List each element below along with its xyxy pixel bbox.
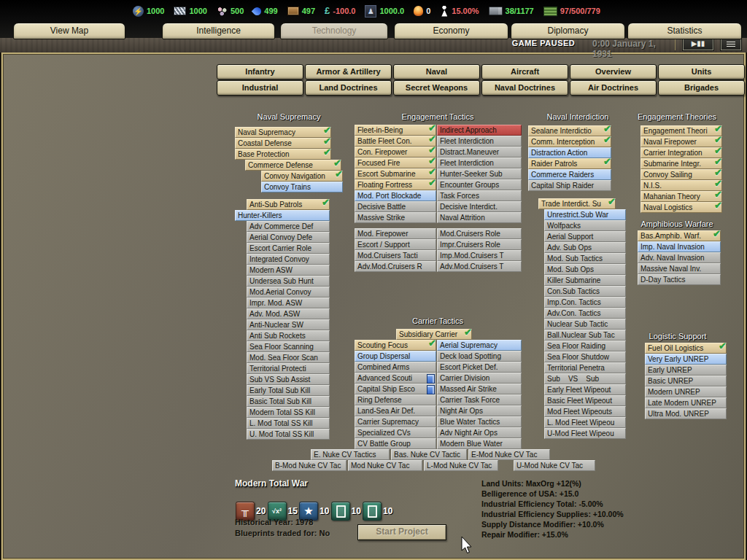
tech-item[interactable]: Territorial Penetra	[544, 362, 626, 373]
tech-tab-units[interactable]: Units	[658, 64, 745, 79]
tech-item[interactable]: Massive Strike	[355, 212, 436, 223]
tech-item[interactable]: Adv Night Air Ops	[437, 427, 522, 438]
tab-view-map[interactable]: View Map	[13, 23, 125, 39]
tech-item[interactable]: Convoy Trains	[261, 182, 343, 192]
tech-item[interactable]: Aerial Supremacy	[437, 340, 522, 351]
tech-item[interactable]: Modern ASW	[247, 265, 330, 276]
tech-item[interactable]: Deck load Spotting	[437, 351, 522, 362]
tech-item[interactable]: Mod Fleet Wipeouts	[544, 406, 626, 417]
tech-item[interactable]: Land-Sea Air Def.	[355, 405, 436, 416]
tech-item[interactable]: Carrier Task Force	[437, 394, 522, 405]
tech-item[interactable]: Carrier Division	[437, 373, 522, 384]
tech-item[interactable]: Sea Floor Raiding	[544, 341, 626, 351]
tech-item[interactable]: Submarine Integr.✔	[640, 158, 722, 169]
tab-diplomacy[interactable]: Diplomacy	[511, 23, 625, 39]
tech-item[interactable]: Anti-Nuclear SW	[247, 319, 330, 330]
tech-item[interactable]: Adv.Mod.Cruisers T	[437, 261, 522, 272]
tech-item[interactable]: Trade Interdict. Su✔	[538, 198, 616, 209]
tech-item[interactable]: Wolfpacks	[544, 220, 626, 231]
tech-item[interactable]: Commerce Raiders	[528, 169, 611, 180]
tech-item[interactable]: Distraction Action	[528, 147, 611, 158]
tech-item[interactable]: Capital Ship Esco	[355, 384, 436, 394]
tech-item[interactable]: Focused Fire✔	[355, 158, 436, 168]
tech-item[interactable]: Integrated Convoy	[247, 254, 330, 265]
tech-item[interactable]: Con.Sub Tactics	[544, 286, 626, 297]
tech-item[interactable]: Basic Fleet Wipeout	[544, 395, 626, 406]
tech-item[interactable]: Carrier Integration✔	[640, 147, 722, 158]
tab-intelligence[interactable]: Intelligence	[162, 23, 275, 39]
tech-item[interactable]: Convoy Sailing✔	[640, 169, 722, 180]
tech-item[interactable]: Bas. Nuke CV Tactic	[391, 449, 467, 460]
tech-item[interactable]: Sea Floor Scanning	[247, 341, 330, 352]
tech-item[interactable]: Naval Attrition	[437, 212, 522, 223]
tech-item[interactable]: Task Forces	[437, 190, 522, 201]
tech-tab-armor-artillery[interactable]: Armor & Artillery	[305, 64, 392, 79]
tech-item[interactable]: Indirect Approach	[437, 125, 522, 136]
start-project-button[interactable]: Start Project	[357, 524, 446, 540]
tech-item[interactable]: Modern Total SS Kill	[247, 407, 330, 418]
tech-item[interactable]: Escort Picket Def.	[437, 362, 522, 373]
tech-item[interactable]: Adv.Mod.Cruisers R	[355, 261, 436, 272]
tech-item[interactable]: Early UNREP	[645, 365, 727, 376]
tech-item[interactable]: U. Mod Total SS Kill	[247, 429, 330, 440]
tech-item[interactable]: Modern UNREP	[645, 386, 727, 397]
tech-item[interactable]: E-Mod Nuke CV Tac	[468, 449, 550, 460]
tech-item[interactable]: Impr. Mod. ASW	[247, 298, 330, 308]
tech-item[interactable]: Bas.Amphib. Warf.✔	[638, 230, 721, 241]
tech-item[interactable]: Mahanian Theory✔	[640, 191, 722, 202]
tech-tab-industrial[interactable]: Industrial	[217, 80, 303, 96]
tech-item[interactable]: Decisive Interdict.	[437, 201, 522, 212]
tech-item[interactable]: Aerial Convoy Defe	[247, 232, 330, 243]
tech-item[interactable]: Adv. Mod. ASW	[247, 308, 330, 319]
tech-item[interactable]: Imp.Con. Tactics	[544, 297, 626, 308]
tech-item[interactable]: N.I.S.✔	[640, 180, 722, 191]
tech-item[interactable]: CV Battle Group	[355, 438, 436, 449]
tech-item[interactable]: Raider Patrols✔	[528, 158, 611, 169]
tech-item[interactable]: Basic Total Sub Kill	[247, 396, 330, 407]
tech-item[interactable]: Mod. Sea Floor Scan	[247, 352, 330, 363]
tech-item[interactable]: Anti Sub Rockets	[247, 330, 330, 341]
tech-item[interactable]: Mod. Firepower	[355, 228, 436, 239]
tech-item[interactable]: Fleet Interdiction	[437, 158, 522, 168]
tech-tab-land-doctrines[interactable]: Land Doctrines	[305, 80, 392, 96]
tech-tab-naval-doctrines[interactable]: Naval Doctrines	[481, 80, 568, 96]
tech-item[interactable]: Adv.Con. Tactics	[544, 308, 626, 319]
tech-item[interactable]: Killer Submarine	[544, 275, 626, 286]
tech-item[interactable]: Fleet-in-Being✔	[355, 125, 436, 136]
tech-item[interactable]: Modern Blue Water	[437, 438, 522, 449]
tech-item[interactable]: Night Air Ops	[437, 405, 522, 416]
tech-item[interactable]: Distract.Maneuver	[437, 147, 522, 158]
tech-item[interactable]: Very Early UNREP	[645, 354, 727, 365]
tech-item[interactable]: Anti-Sub Patrols✔	[247, 199, 330, 210]
tech-item[interactable]: Basic UNREP	[645, 376, 727, 386]
tech-item[interactable]: Mod. Sub Tactics	[544, 253, 626, 264]
tech-item[interactable]: Escort / Support	[355, 239, 436, 250]
tech-tab-naval[interactable]: Naval	[393, 64, 480, 79]
tech-item[interactable]: Late Modern UNREP	[645, 397, 727, 408]
tech-item[interactable]: L. Mod Total SS Kill	[247, 418, 330, 429]
tech-item[interactable]: Undersea Sub Hunt	[247, 276, 330, 287]
tech-item[interactable]: Decisive Battle	[355, 201, 436, 212]
tech-item[interactable]: Naval Firepower✔	[640, 136, 722, 147]
tech-item[interactable]: Impr.Cruisers Role	[437, 239, 522, 250]
tech-item[interactable]: Mod. Port Blockade	[355, 190, 436, 201]
tech-item[interactable]: Escort Carrier Role	[247, 243, 330, 254]
tech-item[interactable]: Aerial Support	[544, 231, 626, 242]
tech-item[interactable]: Scouting Focus✔	[355, 340, 436, 351]
tech-tab-secret-weapons[interactable]: Secret Weapons	[393, 80, 480, 96]
tech-item[interactable]: L-Mod Nuke CV Tac	[424, 460, 498, 471]
tech-item[interactable]: Ultra Mod. UNREP	[645, 408, 727, 419]
tech-item[interactable]: Mod. Sub Ops	[544, 264, 626, 275]
tech-item[interactable]: L. Mod Fleet Wipeou	[544, 417, 626, 428]
tech-item[interactable]: Early Total Sub Kill	[247, 385, 330, 396]
tech-item[interactable]: Massed Air Strike	[437, 384, 522, 394]
tech-tab-brigades[interactable]: Brigades	[658, 80, 745, 96]
tech-item[interactable]: Hunter-Seeker Sub	[437, 168, 522, 179]
tech-item[interactable]: Ring Defense	[355, 394, 436, 405]
tech-item[interactable]: Sub VS Sub	[544, 373, 626, 384]
tech-item[interactable]: Adv. Sub Ops	[544, 242, 626, 253]
tech-item[interactable]: Sealane Interdictio✔	[528, 125, 611, 136]
tech-item[interactable]: Convoy Navigation✔	[261, 171, 343, 182]
tech-item[interactable]: Mod.Aerial Convoy	[247, 287, 330, 298]
tech-tab-aircraft[interactable]: Aircraft	[481, 64, 568, 79]
